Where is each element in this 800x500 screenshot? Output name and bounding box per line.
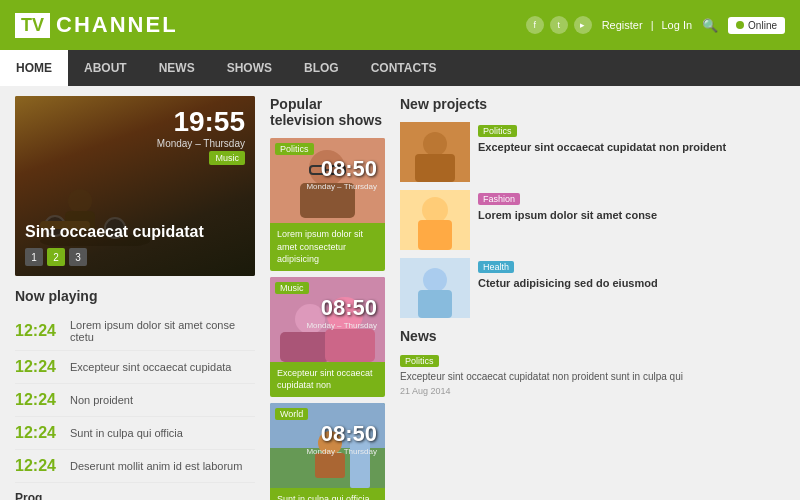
hero-dot-2[interactable]: 2 <box>47 248 65 266</box>
proj-info-fashion: Fashion Lorem ipsum dolor sit amet conse <box>478 190 785 250</box>
proj-img-svg-3 <box>400 258 470 318</box>
tv-card-politics: Politics 08:50 Monday – Thursday Lorem i… <box>270 138 385 271</box>
header-right: f t ▸ Register | Log In 🔍 Online <box>526 16 785 34</box>
logo-channel: CHANNEL <box>56 12 178 38</box>
hero-dot-1[interactable]: 1 <box>25 248 43 266</box>
twitter-icon[interactable]: t <box>550 16 568 34</box>
card-time-big: 08:50 <box>306 156 377 182</box>
svg-point-1 <box>68 189 92 213</box>
proj-cat-politics: Politics <box>478 125 517 137</box>
login-link[interactable]: Log In <box>662 19 693 31</box>
proj-info-health: Health Ctetur adipisicing sed do eiusmod <box>478 258 785 318</box>
svg-point-23 <box>423 132 447 156</box>
svg-rect-24 <box>415 154 455 182</box>
svg-rect-16 <box>325 329 375 362</box>
hero-banner: 19:55 Monday – Thursday Music Sint occae… <box>15 96 255 276</box>
proj-img-health <box>400 258 470 318</box>
left-column: 19:55 Monday – Thursday Music Sint occae… <box>15 96 255 500</box>
news-info: Politics Excepteur sint occaecat cupidat… <box>400 352 683 396</box>
proj-img-politics <box>400 122 470 182</box>
nav-shows[interactable]: SHOWS <box>211 50 288 86</box>
nav: HOME ABOUT NEWS SHOWS BLOG CONTACTS <box>0 50 800 86</box>
card-category-politics: Politics <box>275 143 314 155</box>
np-text: Lorem ipsum dolor sit amet conse ctetu <box>70 319 255 343</box>
news-text: Excepteur sint occaecat cupidatat non pr… <box>400 370 683 384</box>
proj-cat-health: Health <box>478 261 514 273</box>
proj-info-politics: Politics Excepteur sint occaecat cupidat… <box>478 122 785 182</box>
tv-card-music: Music 08:50 Monday – Thursday Excepteur … <box>270 277 385 397</box>
svg-point-29 <box>423 268 447 292</box>
facebook-icon[interactable]: f <box>526 16 544 34</box>
nav-contacts[interactable]: CONTACTS <box>355 50 453 86</box>
proj-title-health: Ctetur adipisicing sed do eiusmod <box>478 276 785 290</box>
header-links: Register | Log In <box>602 19 692 31</box>
tv-card-desc-world: Sunt in culpa qui officia deserunt molli… <box>277 493 378 500</box>
news-title: News <box>400 328 785 344</box>
news-category: Politics <box>400 355 439 367</box>
online-badge: Online <box>728 17 785 34</box>
card-time-sub: Monday – Thursday <box>306 321 377 330</box>
hero-category-badge: Music <box>209 151 245 165</box>
tv-card-body-politics: Lorem ipsum dolor sit amet consectetur a… <box>270 223 385 271</box>
popular-tv-column: Popular television shows Politics 08:50 … <box>270 96 385 500</box>
tv-card-world: World 08:50 Monday – Thursday Sunt in cu… <box>270 403 385 500</box>
proj-title-fashion: Lorem ipsum dolor sit amet conse <box>478 208 785 222</box>
more-label: Prog... <box>15 491 255 500</box>
np-text: Excepteur sint occaecat cupidata <box>70 361 231 373</box>
nav-about[interactable]: ABOUT <box>68 50 143 86</box>
hero-time: 19:55 Monday – Thursday <box>157 106 245 149</box>
svg-rect-15 <box>280 332 330 362</box>
proj-title-politics: Excepteur sint occaecat cupidatat non pr… <box>478 140 785 154</box>
tv-card-body-world: Sunt in culpa qui officia deserunt molli… <box>270 488 385 500</box>
proj-img-fashion <box>400 190 470 250</box>
search-icon[interactable]: 🔍 <box>702 18 718 33</box>
new-projects-title: New projects <box>400 96 785 112</box>
popular-tv-title: Popular television shows <box>270 96 385 128</box>
np-time: 12:24 <box>15 424 60 442</box>
main-content: 19:55 Monday – Thursday Music Sint occae… <box>0 86 800 500</box>
news-item: Politics Excepteur sint occaecat cupidat… <box>400 352 785 396</box>
card-time-big: 08:50 <box>306 421 377 447</box>
now-playing-list: 12:24 Lorem ipsum dolor sit amet conse c… <box>15 312 255 483</box>
hero-time-display: 19:55 <box>157 106 245 138</box>
np-time: 12:24 <box>15 358 60 376</box>
rss-icon[interactable]: ▸ <box>574 16 592 34</box>
nav-blog[interactable]: BLOG <box>288 50 355 86</box>
tv-card-desc-music: Excepteur sint occaecat cupidatat non <box>277 367 378 392</box>
nav-news[interactable]: NEWS <box>143 50 211 86</box>
online-dot <box>736 21 744 29</box>
card-time-big: 08:50 <box>306 295 377 321</box>
svg-rect-27 <box>418 220 452 250</box>
hero-title: Sint occaecat cupidatat <box>25 223 204 241</box>
svg-rect-20 <box>315 453 345 478</box>
tv-card-img-music: Music 08:50 Monday – Thursday <box>270 277 385 362</box>
register-link[interactable]: Register <box>602 19 643 31</box>
card-time-music: 08:50 Monday – Thursday <box>306 295 377 330</box>
right-column: New projects Politics Excepteur sint occ… <box>400 96 785 500</box>
tv-card-img-politics: Politics 08:50 Monday – Thursday <box>270 138 385 223</box>
tv-card-body-music: Excepteur sint occaecat cupidatat non <box>270 362 385 397</box>
np-text: Deserunt mollit anim id est laborum <box>70 460 242 472</box>
hero-dot-3[interactable]: 3 <box>69 248 87 266</box>
nav-home[interactable]: HOME <box>0 50 68 86</box>
np-time: 12:24 <box>15 457 60 475</box>
divider: | <box>651 19 654 31</box>
np-time: 12:24 <box>15 322 60 340</box>
card-time-world: 08:50 Monday – Thursday <box>306 421 377 456</box>
np-text: Sunt in culpa qui officia <box>70 427 183 439</box>
card-category-music: Music <box>275 282 309 294</box>
np-text: Non proident <box>70 394 133 406</box>
np-time: 12:24 <box>15 391 60 409</box>
hero-pagination: 1 2 3 <box>25 248 87 266</box>
proj-img-svg-1 <box>400 122 470 182</box>
project-card-fashion: Fashion Lorem ipsum dolor sit amet conse <box>400 190 785 250</box>
card-category-world: World <box>275 408 308 420</box>
list-item: 12:24 Sunt in culpa qui officia <box>15 417 255 450</box>
proj-img-svg-2 <box>400 190 470 250</box>
proj-cat-fashion: Fashion <box>478 193 520 205</box>
list-item: 12:24 Excepteur sint occaecat cupidata <box>15 351 255 384</box>
card-time-sub: Monday – Thursday <box>306 447 377 456</box>
header: TV CHANNEL f t ▸ Register | Log In 🔍 Onl… <box>0 0 800 50</box>
hero-time-sub: Monday – Thursday <box>157 138 245 149</box>
tv-card-img-world: World 08:50 Monday – Thursday <box>270 403 385 488</box>
